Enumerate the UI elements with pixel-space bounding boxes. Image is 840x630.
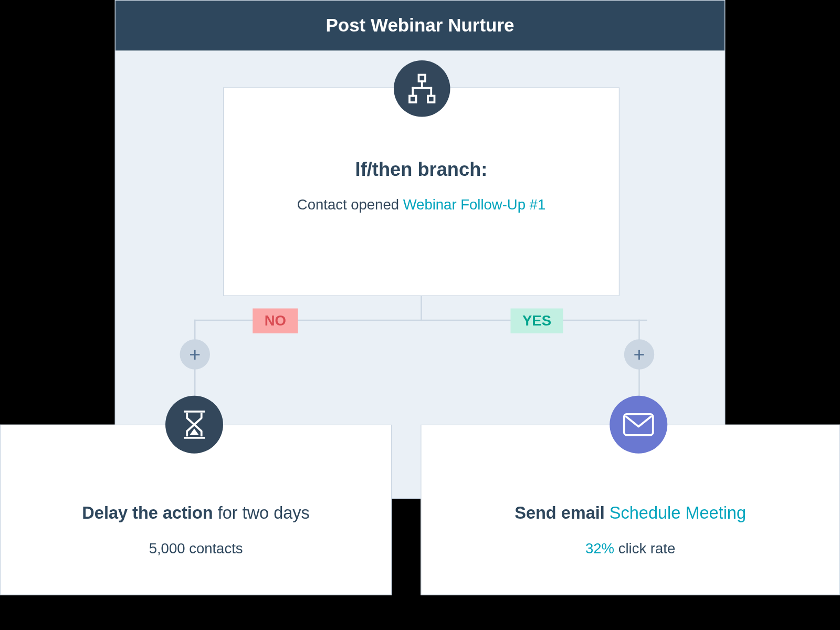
branch-card[interactable]: If/then branch: Contact opened Webinar F… bbox=[223, 87, 620, 296]
plus-icon: + bbox=[189, 343, 201, 366]
add-step-button-yes[interactable]: + bbox=[624, 339, 655, 370]
hourglass-icon bbox=[165, 396, 223, 454]
email-title-bold: Send email bbox=[514, 503, 610, 523]
email-stat-value: 32% bbox=[585, 540, 614, 556]
plus-icon: + bbox=[634, 343, 645, 366]
branch-desc-prefix: Contact opened bbox=[297, 196, 403, 213]
workflow-canvas: Post Webinar Nurture If/then branch: Con… bbox=[0, 0, 840, 630]
delay-title: Delay the action for two days bbox=[1, 503, 391, 523]
page-title: Post Webinar Nurture bbox=[326, 15, 514, 36]
branch-description: Contact opened Webinar Follow-Up #1 bbox=[224, 196, 619, 214]
email-title: Send email Schedule Meeting bbox=[422, 503, 839, 523]
email-icon bbox=[610, 396, 667, 454]
delay-title-bold: Delay the action bbox=[82, 503, 213, 523]
branch-desc-link[interactable]: Webinar Follow-Up #1 bbox=[403, 196, 546, 213]
add-step-button-no[interactable]: + bbox=[180, 339, 211, 370]
branch-icon bbox=[394, 60, 450, 117]
branch-title: If/then branch: bbox=[224, 159, 619, 181]
branch-yes-label: YES bbox=[511, 309, 563, 334]
email-title-link[interactable]: Schedule Meeting bbox=[610, 503, 746, 523]
header-bar: Post Webinar Nurture bbox=[116, 1, 724, 50]
branch-no-label: NO bbox=[253, 309, 298, 334]
delay-sub: 5,000 contacts bbox=[1, 540, 391, 558]
delay-title-rest: for two days bbox=[213, 503, 310, 523]
email-stat-rest: click rate bbox=[614, 540, 675, 556]
email-sub: 32% click rate bbox=[422, 540, 839, 558]
connector-line bbox=[421, 296, 422, 321]
